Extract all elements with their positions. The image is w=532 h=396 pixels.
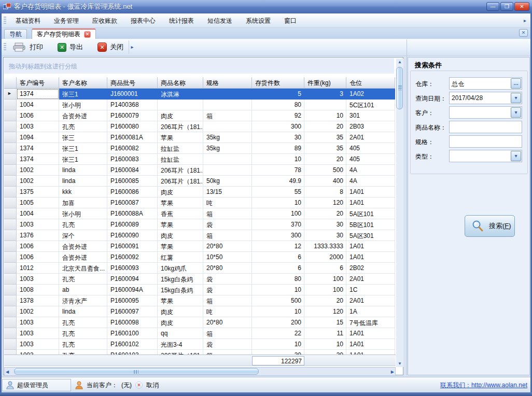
grid-cell[interactable]: 2A01 — [346, 132, 395, 143]
grid-cell[interactable]: 1A01 — [346, 197, 395, 208]
search-field-input-4[interactable] — [449, 121, 522, 133]
grid-cell[interactable]: 孔亮 — [59, 121, 107, 132]
tab-close-icon[interactable]: ✕ — [84, 31, 91, 38]
column-header-2[interactable]: 客户名称 — [59, 77, 107, 89]
grid-cell[interactable]: 张三1 — [59, 154, 107, 165]
grid-cell[interactable]: P1600100 — [107, 328, 158, 339]
grid-cell[interactable] — [203, 100, 252, 110]
print-button[interactable]: 打印 — [9, 40, 47, 54]
grid-cell[interactable]: 苹果 — [158, 241, 203, 252]
grid-cell[interactable]: 35 — [304, 132, 346, 143]
grid-cell[interactable]: 80 — [252, 274, 304, 285]
grid-cell[interactable]: 2000 — [304, 252, 346, 263]
vertical-scrollbar[interactable]: ▲ ▼ — [396, 59, 403, 367]
grid-cell[interactable]: P1600087 — [107, 197, 158, 208]
table-row[interactable]: 1004张小明P1400368805C区101 — [4, 100, 396, 110]
grid-cell[interactable]: linda — [59, 176, 107, 187]
grid-cell[interactable]: 1A01 — [346, 241, 395, 252]
grid-cell[interactable]: 1006 — [17, 241, 59, 252]
grid-cell[interactable]: 120 — [304, 306, 346, 317]
grid-cell[interactable]: P1600084 — [107, 165, 158, 176]
grid-cell[interactable]: 12 — [252, 241, 304, 252]
grid-cell[interactable]: 张三1 — [59, 143, 107, 154]
grid-cell[interactable]: 92 — [252, 110, 304, 121]
table-row[interactable]: 1003孔亮P1600103206耳片（181...箱30301A01 — [4, 350, 396, 355]
grid-cell[interactable]: 1A02 — [346, 89, 395, 100]
grid-cell[interactable]: 206耳片（181... — [158, 165, 203, 176]
grid-cell[interactable]: 300 — [252, 230, 304, 241]
grid-cell[interactable]: P1600103 — [107, 350, 158, 355]
grid-cell[interactable]: 光面3-4 — [158, 339, 203, 350]
table-row[interactable]: 1006合资外进P1600079肉皮箱9210301 — [4, 110, 396, 121]
grid-cell[interactable]: 10 — [252, 306, 304, 317]
minimize-button[interactable]: — — [486, 2, 499, 11]
grid-cell[interactable]: 1006 — [17, 110, 59, 121]
grid-cell[interactable] — [203, 165, 252, 176]
grid-cell[interactable]: 7号低温库 — [346, 317, 395, 328]
grid-cell[interactable]: 2B03 — [346, 121, 395, 132]
grid-cell[interactable] — [203, 89, 252, 100]
grid-cell[interactable]: 20*80 — [203, 241, 252, 252]
column-header-5[interactable]: 规格 — [203, 77, 252, 89]
table-row[interactable]: 1003孔亮P1600098肉皮20*80200157号低温库 — [4, 317, 396, 328]
grid-cell[interactable]: 1374 — [17, 143, 59, 154]
grid-cell[interactable]: 肉皮 — [158, 306, 203, 317]
grid-cell[interactable]: 100 — [304, 274, 346, 285]
grid-cell[interactable]: P1600082 — [107, 143, 158, 154]
grid-cell[interactable]: 15 — [304, 317, 346, 328]
grid-cell[interactable]: 吨 — [203, 197, 252, 208]
grid-cell[interactable]: 300 — [252, 121, 304, 132]
grid-cell[interactable]: 1003 — [17, 121, 59, 132]
group-by-hint[interactable]: 拖动列标题到这进行分组 — [4, 58, 394, 74]
grid-cell[interactable]: 20 — [304, 208, 346, 219]
grid-cell[interactable]: 20 — [304, 121, 346, 132]
dropdown-arrow-icon[interactable]: ▾ — [511, 151, 521, 161]
grid-cell[interactable]: 6 — [304, 263, 346, 274]
grid-cell[interactable]: 20*80 — [203, 317, 252, 328]
grid-cell[interactable]: 5A区301 — [346, 230, 395, 241]
grid-cell[interactable]: 孔亮 — [59, 219, 107, 230]
grid-cell[interactable]: 1002 — [17, 165, 59, 176]
grid-cell[interactable]: 1003 — [17, 317, 59, 328]
grid-cell[interactable]: 1003 — [17, 219, 59, 230]
table-row[interactable]: 1006合资外进P1600091苹果20*80121333.33331A01 — [4, 241, 396, 252]
table-row[interactable]: 1003孔亮P1600102光面3-4袋10101A01 — [4, 339, 396, 350]
grid-cell[interactable]: 13/15 — [203, 187, 252, 197]
menu-item-7[interactable]: 系统设置 — [239, 15, 277, 26]
search-field-input-3[interactable]: ▾ — [449, 106, 522, 119]
grid-cell[interactable]: 1003 — [17, 274, 59, 285]
column-header-7[interactable]: 件重(kg) — [304, 77, 346, 89]
grid-cell[interactable]: 500 — [252, 295, 304, 306]
table-row[interactable]: 1002lindaP1600097肉皮吨101201A — [4, 306, 396, 317]
grid-cell[interactable]: P1600092 — [107, 252, 158, 263]
grid-cell[interactable]: P1600080 — [107, 121, 158, 132]
column-header-8[interactable]: 仓位 — [346, 77, 395, 89]
grid-cell[interactable]: 箱 — [203, 350, 252, 355]
grid-cell[interactable]: 箱 — [203, 110, 252, 121]
grid-cell[interactable]: 1003 — [17, 339, 59, 350]
grid-cell[interactable]: 206耳片（181... — [158, 176, 203, 187]
grid-cell[interactable] — [304, 100, 346, 110]
grid-cell[interactable]: 35kg — [203, 132, 252, 143]
grid-cell[interactable]: 405 — [346, 143, 395, 154]
grid-cell[interactable]: 20*80 — [203, 263, 252, 274]
grid-cell[interactable]: 10 — [252, 154, 304, 165]
grid-cell[interactable]: P1600090 — [107, 230, 158, 241]
search-field-input-6[interactable]: ▾ — [449, 150, 522, 162]
table-row[interactable]: 1375kkkP1600086肉皮13/155581A01 — [4, 187, 396, 197]
grid-cell[interactable]: 苹果 — [158, 295, 203, 306]
grid-cell[interactable]: 5C区101 — [346, 100, 395, 110]
menu-item-3[interactable]: 应收账款 — [86, 15, 124, 26]
search-field-input-2[interactable]: 2017/04/28▾ — [449, 92, 522, 104]
close-tab-button[interactable]: ✕ 关闭 — [93, 41, 128, 53]
grid-cell[interactable]: P1600102 — [107, 339, 158, 350]
grid-cell[interactable]: 吨 — [203, 306, 252, 317]
grid-cell[interactable]: 1003 — [17, 328, 59, 339]
grid-cell[interactable]: 5B区101 — [346, 219, 395, 230]
grid-cell[interactable]: P1600095 — [107, 295, 158, 306]
grid-cell[interactable]: P1600079 — [107, 110, 158, 121]
grid-cell[interactable]: 孔亮 — [59, 339, 107, 350]
grid-cell[interactable]: ab — [59, 285, 107, 295]
grid-cell[interactable]: 22 — [252, 328, 304, 339]
grid-cell[interactable]: 8 — [304, 187, 346, 197]
